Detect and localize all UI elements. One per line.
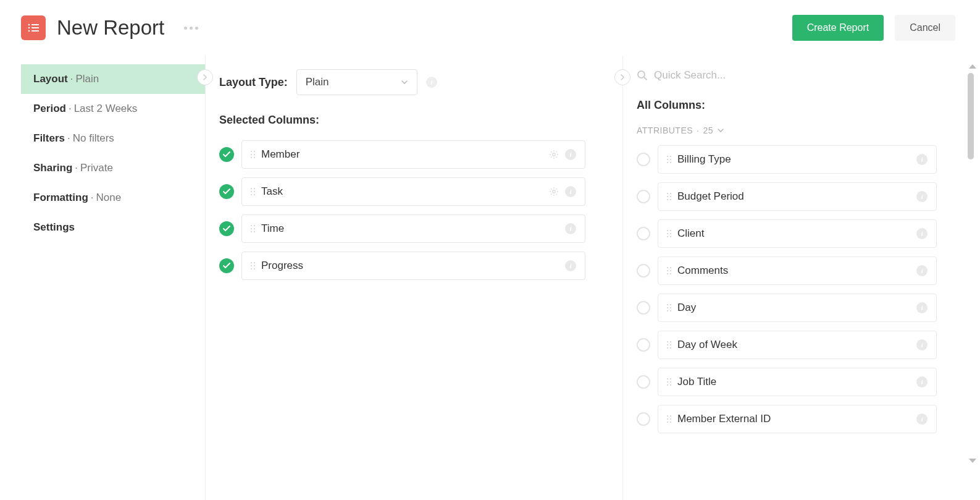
layout-type-select[interactable]: Plain <box>296 69 417 95</box>
scroll-thumb[interactable] <box>968 73 974 159</box>
info-icon[interactable]: i <box>565 186 576 197</box>
info-icon[interactable]: i <box>916 154 928 165</box>
column-item[interactable]: Clienti <box>658 219 937 248</box>
sidebar-item-filters[interactable]: Filters · No filters <box>21 124 205 153</box>
column-item[interactable]: Taski <box>241 177 585 206</box>
drag-handle-icon[interactable] <box>251 188 255 195</box>
scrollbar-track[interactable] <box>968 56 980 500</box>
chevron-down-icon <box>717 127 724 134</box>
selected-column-row: Memberi <box>219 140 585 169</box>
column-name: Task <box>261 185 543 198</box>
selected-columns-list: MemberiTaskiTimeiProgressi <box>219 140 585 280</box>
chevron-down-icon <box>401 78 408 86</box>
drag-handle-icon[interactable] <box>251 151 255 158</box>
attributes-group-header[interactable]: ATTRIBUTES · 25 <box>637 125 937 135</box>
svg-line-22 <box>551 194 551 195</box>
svg-point-6 <box>553 153 555 156</box>
check-off-icon[interactable] <box>637 412 650 426</box>
svg-line-25 <box>644 77 647 80</box>
column-name: Client <box>677 227 910 240</box>
scroll-down-arrow[interactable] <box>969 459 976 463</box>
info-icon[interactable]: i <box>565 260 576 271</box>
check-off-icon[interactable] <box>637 227 650 240</box>
sidebar-item-formatting[interactable]: Formatting · None <box>21 183 205 213</box>
info-icon[interactable]: i <box>565 223 576 234</box>
drag-handle-icon[interactable] <box>667 378 671 386</box>
all-columns-panel: All Columns: ATTRIBUTES · 25 Billing Typ… <box>623 56 968 500</box>
check-off-icon[interactable] <box>637 264 650 278</box>
column-name: Day of Week <box>677 339 910 351</box>
drag-handle-icon[interactable] <box>667 156 671 163</box>
column-item[interactable]: Progressi <box>241 252 585 280</box>
info-icon[interactable]: i <box>916 413 928 425</box>
check-off-icon[interactable] <box>637 190 650 203</box>
column-item[interactable]: Memberi <box>241 140 585 169</box>
collapse-toggle-left[interactable] <box>197 69 213 85</box>
column-name: Job Title <box>677 376 910 388</box>
all-column-row: Day of Weeki <box>637 331 937 359</box>
check-on-icon[interactable] <box>219 221 234 236</box>
info-icon[interactable]: i <box>916 265 928 276</box>
column-item[interactable]: Billing Typei <box>658 145 937 174</box>
info-icon[interactable]: i <box>916 339 928 350</box>
column-item[interactable]: Timei <box>241 214 585 243</box>
info-icon[interactable]: i <box>426 77 437 88</box>
check-off-icon[interactable] <box>637 375 650 389</box>
all-column-row: Billing Typei <box>637 145 937 174</box>
page-title: New Report <box>57 16 164 40</box>
svg-line-20 <box>551 189 551 189</box>
info-icon[interactable]: i <box>565 149 576 160</box>
column-item[interactable]: Commentsi <box>658 256 937 285</box>
all-column-row: Commentsi <box>637 256 937 285</box>
check-off-icon[interactable] <box>637 153 650 166</box>
drag-handle-icon[interactable] <box>251 262 255 269</box>
layout-type-value: Plain <box>306 76 329 88</box>
drag-handle-icon[interactable] <box>667 267 671 274</box>
layout-type-row: Layout Type: Plain i <box>219 69 585 95</box>
body-layout: Layout · PlainPeriod · Last 2 WeeksFilte… <box>0 56 980 500</box>
all-column-row: Budget Periodi <box>637 182 937 211</box>
drag-handle-icon[interactable] <box>251 225 255 232</box>
drag-handle-icon[interactable] <box>667 304 671 311</box>
check-on-icon[interactable] <box>219 147 234 162</box>
column-item[interactable]: Member External IDi <box>658 405 937 433</box>
sidebar: Layout · PlainPeriod · Last 2 WeeksFilte… <box>21 56 205 500</box>
check-on-icon[interactable] <box>219 184 234 199</box>
svg-rect-3 <box>31 24 39 25</box>
info-icon[interactable]: i <box>916 376 928 388</box>
check-on-icon[interactable] <box>219 258 234 273</box>
drag-handle-icon[interactable] <box>667 415 671 423</box>
cancel-button[interactable]: Cancel <box>895 15 955 41</box>
column-item[interactable]: Budget Periodi <box>658 182 937 211</box>
scroll-up-arrow[interactable] <box>969 64 976 69</box>
column-item[interactable]: Job Titlei <box>658 368 937 396</box>
sidebar-item-sharing[interactable]: Sharing · Private <box>21 153 205 183</box>
gear-icon[interactable] <box>549 187 559 197</box>
info-icon[interactable]: i <box>916 228 928 239</box>
search-input[interactable] <box>654 69 937 82</box>
column-name: Time <box>261 222 559 235</box>
create-report-button[interactable]: Create Report <box>792 15 884 41</box>
check-off-icon[interactable] <box>637 301 650 315</box>
more-icon[interactable] <box>184 27 198 30</box>
drag-handle-icon[interactable] <box>667 193 671 200</box>
sidebar-item-settings[interactable]: Settings <box>21 213 205 242</box>
column-item[interactable]: Dayi <box>658 294 937 322</box>
all-column-row: Job Titlei <box>637 368 937 396</box>
drag-handle-icon[interactable] <box>667 341 671 349</box>
svg-line-14 <box>556 151 557 152</box>
drag-handle-icon[interactable] <box>667 230 671 237</box>
sidebar-item-layout[interactable]: Layout · Plain <box>21 64 205 94</box>
column-item[interactable]: Day of Weeki <box>658 331 937 359</box>
selected-column-row: Taski <box>219 177 585 206</box>
check-off-icon[interactable] <box>637 338 650 352</box>
search-row <box>637 69 937 82</box>
gear-icon[interactable] <box>549 150 559 159</box>
info-icon[interactable]: i <box>916 191 928 202</box>
sidebar-item-period[interactable]: Period · Last 2 Weeks <box>21 94 205 124</box>
info-icon[interactable]: i <box>916 302 928 313</box>
sidebar-item-label: Layout <box>33 73 68 85</box>
svg-line-11 <box>551 151 551 152</box>
sidebar-item-value: None <box>96 192 122 204</box>
svg-line-21 <box>556 194 557 195</box>
